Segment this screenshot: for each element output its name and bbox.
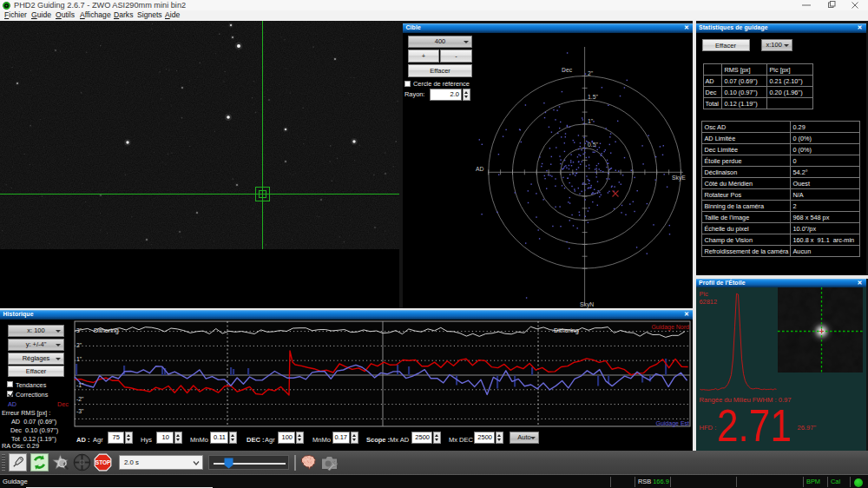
- svg-text:1": 1": [588, 118, 594, 124]
- svg-text:-3": -3": [76, 408, 84, 414]
- svg-text:Dithering: Dithering: [94, 326, 119, 334]
- svg-text:0.5": 0.5": [588, 142, 598, 148]
- svg-text:Guidage Est: Guidage Est: [655, 420, 689, 427]
- svg-text:2": 2": [588, 70, 594, 76]
- svg-text:SkyE: SkyE: [672, 175, 686, 181]
- svg-text:SkyN: SkyN: [580, 301, 594, 308]
- svg-text:Guidage Nord: Guidage Nord: [651, 324, 689, 331]
- svg-text:-1": -1": [76, 382, 84, 388]
- svg-text:3": 3": [76, 327, 82, 333]
- svg-text:STOP: STOP: [95, 459, 111, 465]
- svg-text:-2": -2": [76, 396, 84, 402]
- svg-text:AD: AD: [476, 166, 484, 172]
- svg-text:1": 1": [76, 356, 82, 362]
- svg-text:Dithering: Dithering: [554, 326, 579, 334]
- svg-text:2": 2": [76, 342, 82, 348]
- svg-text:Dec: Dec: [562, 67, 573, 73]
- svg-text:1.5": 1.5": [588, 94, 598, 100]
